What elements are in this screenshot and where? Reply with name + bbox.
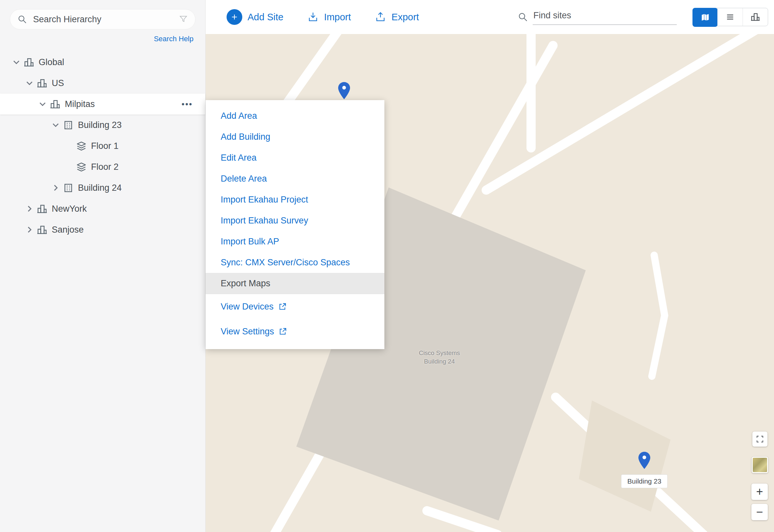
context-menu-item-label: Edit Area — [221, 153, 257, 163]
site-icon — [50, 99, 61, 110]
site-icon — [37, 78, 47, 89]
map-toolbar: Add Site Import Export — [206, 0, 774, 34]
hierarchy-sidebar: Search Help Global US Milpitas ••• Build… — [0, 0, 206, 532]
tree-row-us[interactable]: US — [0, 73, 205, 94]
context-menu-item-import-ekahau-survey[interactable]: Import Ekahau Survey — [206, 210, 384, 231]
context-menu-item-add-area[interactable]: Add Area — [206, 105, 384, 126]
building-23-pin[interactable] — [638, 451, 651, 470]
search-icon — [17, 14, 27, 24]
building-view-toggle[interactable] — [743, 8, 768, 26]
tree-node-label: Floor 1 — [91, 141, 118, 151]
search-help-link[interactable]: Search Help — [0, 35, 193, 43]
zoom-out-button[interactable]: − — [751, 504, 768, 520]
chevron-down-icon[interactable] — [51, 120, 60, 130]
chevron-down-icon[interactable] — [25, 79, 34, 88]
context-menu-item-label: View Devices — [221, 302, 274, 312]
site-icon — [37, 224, 47, 235]
add-site-button[interactable]: Add Site — [226, 9, 283, 25]
satellite-view-thumbnail[interactable] — [752, 457, 768, 473]
add-site-label: Add Site — [247, 12, 283, 23]
context-menu-item-export-maps[interactable]: Export Maps — [206, 273, 384, 294]
chevron-right-icon[interactable] — [51, 183, 60, 192]
search-hierarchy-box[interactable] — [10, 9, 195, 29]
tree-node-label: Building 23 — [78, 120, 122, 130]
context-menu-item-sync-cmx-server-cisco-spaces[interactable]: Sync: CMX Server/Cisco Spaces — [206, 252, 384, 273]
site-hierarchy-tree: Global US Milpitas ••• Building 23 Floor… — [0, 52, 205, 240]
find-sites-box[interactable] — [518, 9, 677, 25]
tree-row-building-23[interactable]: Building 23 — [0, 115, 205, 135]
import-icon — [307, 11, 319, 23]
building-icon — [63, 183, 74, 193]
export-button[interactable]: Export — [374, 11, 419, 23]
context-menu-item-label: Export Maps — [221, 278, 270, 289]
context-menu-item-label: Add Building — [221, 132, 270, 142]
tree-node-label: Floor 2 — [91, 162, 118, 172]
tree-node-label: US — [52, 78, 64, 88]
context-menu-item-view-settings[interactable]: View Settings — [206, 319, 384, 344]
external-link-icon — [278, 302, 287, 311]
find-sites-search-icon — [518, 12, 528, 22]
search-hierarchy-input[interactable] — [33, 14, 179, 25]
building-24-map-label: Cisco Systems Building 24 — [419, 349, 460, 365]
context-menu-item-label: Add Area — [221, 111, 257, 121]
context-menu-item-import-bulk-ap[interactable]: Import Bulk AP — [206, 231, 384, 252]
floor-icon — [76, 141, 87, 151]
context-menu-item-import-ekahau-project[interactable]: Import Ekahau Project — [206, 189, 384, 210]
import-button[interactable]: Import — [307, 11, 351, 23]
tree-row-global[interactable]: Global — [0, 52, 205, 73]
site-icon — [24, 57, 34, 68]
chevron-right-icon[interactable] — [25, 204, 34, 213]
external-link-icon — [279, 327, 287, 336]
tree-node-label: Milpitas — [65, 99, 95, 109]
zoom-in-button[interactable]: + — [751, 484, 768, 500]
site-icon — [37, 204, 47, 214]
chevron-down-icon[interactable] — [12, 58, 21, 67]
context-menu-item-view-devices[interactable]: View Devices — [206, 294, 384, 319]
chevron-right-icon[interactable] — [25, 225, 34, 234]
buildings-icon — [750, 12, 760, 22]
tree-row-building-24[interactable]: Building 24 — [0, 177, 205, 198]
filter-funnel-icon[interactable] — [179, 15, 188, 24]
more-actions-button[interactable]: ••• — [182, 99, 193, 109]
context-menu-item-edit-area[interactable]: Edit Area — [206, 147, 384, 168]
context-menu-item-label: Import Bulk AP — [221, 237, 279, 247]
building-23-pin-label: Building 23 — [621, 474, 668, 488]
context-menu-item-add-building[interactable]: Add Building — [206, 126, 384, 147]
find-sites-input[interactable] — [533, 9, 677, 25]
chevron-down-icon[interactable] — [38, 99, 47, 109]
tree-row-floor-2[interactable]: Floor 2 — [0, 156, 205, 177]
map-icon — [700, 12, 710, 22]
tree-row-newyork[interactable]: NewYork — [0, 198, 205, 219]
tree-node-label: NewYork — [52, 204, 87, 214]
context-menu-item-label: Import Ekahau Survey — [221, 216, 308, 226]
tree-node-label: Sanjose — [52, 225, 84, 235]
export-icon — [374, 11, 386, 23]
tree-node-label: Building 24 — [78, 183, 122, 193]
context-menu-item-label: Import Ekahau Project — [221, 195, 308, 205]
list-icon — [725, 12, 735, 22]
map-pin[interactable] — [337, 81, 351, 100]
tree-node-label: Global — [39, 57, 64, 67]
fullscreen-icon — [756, 435, 764, 443]
tree-row-sanjose[interactable]: Sanjose — [0, 219, 205, 240]
fullscreen-button[interactable] — [752, 432, 767, 447]
view-toggle-group — [693, 8, 768, 26]
site-context-menu: Add Area Add Building Edit Area Delete A… — [206, 100, 384, 349]
context-menu-item-label: Delete Area — [221, 174, 267, 184]
tree-row-milpitas[interactable]: Milpitas ••• — [0, 94, 205, 115]
building-icon — [63, 120, 74, 131]
context-menu-item-delete-area[interactable]: Delete Area — [206, 168, 384, 189]
context-menu-item-label: Sync: CMX Server/Cisco Spaces — [221, 257, 350, 268]
tree-row-floor-1[interactable]: Floor 1 — [0, 135, 205, 156]
export-label: Export — [392, 12, 419, 23]
add-plus-icon — [226, 9, 242, 25]
context-menu-item-label: View Settings — [221, 327, 274, 337]
list-view-toggle[interactable] — [717, 8, 743, 26]
map-view-toggle[interactable] — [693, 8, 718, 27]
import-label: Import — [324, 12, 351, 23]
floor-icon — [76, 162, 87, 172]
